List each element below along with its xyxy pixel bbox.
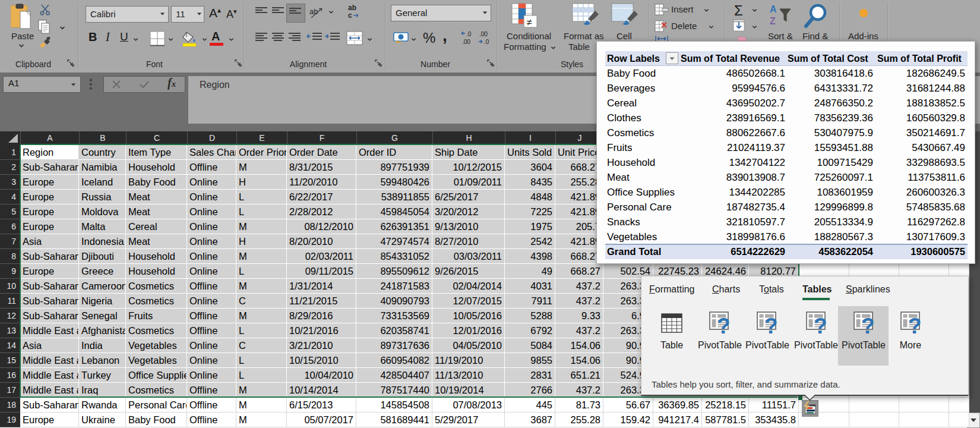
svg-text:Z: Z: [770, 16, 776, 26]
svg-text:A: A: [770, 4, 777, 14]
svg-text:.0: .0: [466, 31, 472, 37]
svg-text:?: ?: [814, 314, 827, 338]
svg-text:ab: ab: [348, 4, 356, 12]
svg-text:?: ?: [717, 314, 731, 338]
svg-text:c: c: [348, 11, 352, 20]
svg-text:.00: .00: [462, 39, 470, 45]
svg-text:?: ?: [764, 314, 778, 338]
svg-text:?: ?: [861, 314, 875, 338]
svg-text:ab: ab: [309, 7, 318, 16]
svg-text:≠: ≠: [527, 17, 532, 27]
svg-text:.00: .00: [479, 31, 488, 37]
svg-text:?: ?: [908, 314, 922, 338]
svg-text:.0: .0: [484, 39, 489, 45]
